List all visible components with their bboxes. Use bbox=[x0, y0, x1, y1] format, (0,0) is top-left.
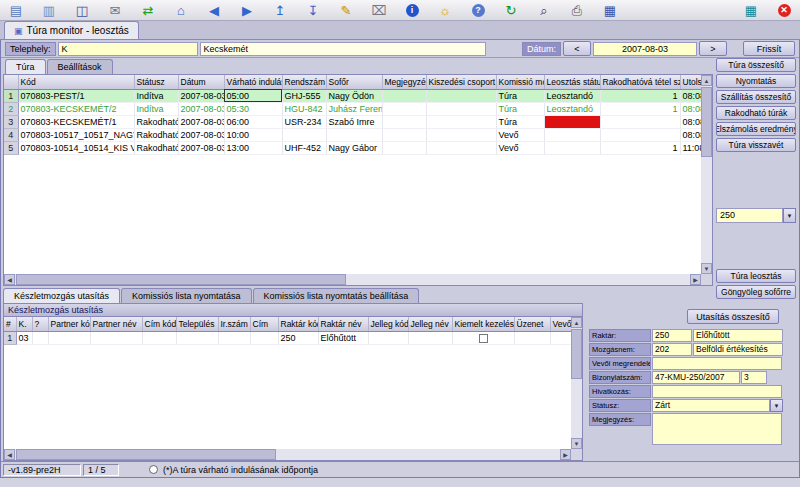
cell[interactable] bbox=[408, 331, 452, 344]
refresh-button[interactable]: Frissít bbox=[743, 41, 795, 56]
cell[interactable]: Indítva bbox=[134, 89, 178, 102]
cell[interactable]: 2007-08-03 bbox=[178, 128, 224, 141]
scroll-up-icon[interactable]: ▲ bbox=[571, 317, 582, 328]
cell[interactable] bbox=[142, 331, 176, 344]
row-number[interactable]: 4 bbox=[4, 128, 18, 141]
detail-field[interactable] bbox=[652, 357, 782, 370]
cell[interactable]: Vevő bbox=[496, 128, 544, 141]
detail-field[interactable]: Előhűtött bbox=[693, 329, 783, 342]
row-number[interactable]: 1 bbox=[4, 331, 16, 344]
column-header[interactable]: Cím bbox=[250, 317, 278, 331]
detail-field[interactable] bbox=[652, 385, 782, 398]
cell[interactable]: 250 bbox=[278, 331, 318, 344]
cell[interactable]: 070803-KECSKEMÉT/1 bbox=[18, 115, 134, 128]
scroll-right-icon[interactable]: ▶ bbox=[560, 449, 571, 460]
cell[interactable] bbox=[48, 331, 90, 344]
column-header[interactable]: Leosztás státusz bbox=[544, 75, 600, 89]
cell[interactable] bbox=[544, 128, 600, 141]
cell[interactable]: Előhűtött bbox=[318, 331, 368, 344]
column-header[interactable]: Település bbox=[176, 317, 218, 331]
cell[interactable] bbox=[426, 141, 496, 154]
side-button-túra-visszavét[interactable]: Túra visszavét bbox=[716, 138, 796, 152]
delete-icon[interactable]: ⌧ bbox=[369, 2, 389, 19]
bottom-tab-3[interactable]: Komissiós lista nyomtatás beállítása bbox=[253, 288, 420, 303]
cell[interactable] bbox=[282, 128, 326, 141]
cell[interactable]: 1 bbox=[600, 141, 680, 154]
table-icon[interactable]: ▦ bbox=[741, 2, 761, 19]
cell[interactable] bbox=[544, 141, 600, 154]
new-icon[interactable]: ▤ bbox=[6, 2, 26, 19]
edit-icon[interactable]: ✎ bbox=[336, 2, 356, 19]
cell[interactable]: 11:08 bbox=[680, 141, 701, 154]
tab-tura[interactable]: Túra bbox=[5, 59, 46, 74]
cell[interactable]: Indítva bbox=[134, 102, 178, 115]
instruction-summary-button[interactable]: Utasítás összesítő bbox=[687, 309, 779, 324]
side-dropdown[interactable]: 250 ▼ bbox=[716, 208, 796, 223]
cell[interactable]: 08:08 bbox=[680, 128, 701, 141]
tab-beallitasok[interactable]: Beállítások bbox=[47, 59, 113, 74]
side-dropdown-value[interactable]: 250 bbox=[716, 208, 783, 223]
cell[interactable]: 06:00 bbox=[224, 115, 282, 128]
cell[interactable]: 2007-08-03 bbox=[178, 141, 224, 154]
cell[interactable]: 070803-KECSKEMÉT/2 bbox=[18, 102, 134, 115]
bottom-tab-2[interactable]: Komissiós lista nyomtatása bbox=[121, 288, 252, 303]
side-button-szállítás-összesítő[interactable]: Szállítás összesítő bbox=[716, 90, 796, 104]
cell[interactable]: Szabó Imre bbox=[326, 115, 382, 128]
cell[interactable] bbox=[544, 115, 600, 128]
cell[interactable]: 1 bbox=[600, 89, 680, 102]
home-icon[interactable]: ⌂ bbox=[171, 2, 191, 19]
cell[interactable] bbox=[326, 128, 382, 141]
save-icon[interactable]: ◫ bbox=[72, 2, 92, 19]
row-number[interactable]: 3 bbox=[4, 115, 18, 128]
window-tab-tura-monitor[interactable]: ▣ Túra monitor - leosztás bbox=[4, 21, 139, 39]
cell[interactable] bbox=[426, 128, 496, 141]
column-header[interactable]: Üzenet bbox=[514, 317, 550, 331]
cell[interactable]: 03 bbox=[16, 331, 32, 344]
cell[interactable]: Juhász Ferenc bbox=[326, 102, 382, 115]
column-header[interactable]: Rakodhatóvá tétel száma bbox=[600, 75, 680, 89]
column-header[interactable]: Cím kód bbox=[142, 317, 176, 331]
detail-field[interactable]: Belföldi értékesítés bbox=[693, 343, 783, 356]
cell[interactable]: 13:00 bbox=[224, 141, 282, 154]
cell[interactable] bbox=[514, 331, 550, 344]
cell[interactable] bbox=[382, 128, 426, 141]
cell[interactable] bbox=[550, 331, 571, 344]
forward-icon[interactable]: ▶ bbox=[237, 2, 257, 19]
column-header[interactable]: ? bbox=[32, 317, 48, 331]
info-icon[interactable]: i bbox=[402, 2, 422, 19]
scroll-left-icon[interactable]: ◀ bbox=[4, 449, 15, 460]
bottom-tab-1[interactable]: Készletmozgás utasítás bbox=[3, 288, 120, 303]
cell[interactable]: USR-234 bbox=[282, 115, 326, 128]
cell[interactable] bbox=[176, 331, 218, 344]
scroll-left-icon[interactable]: ◀ bbox=[4, 274, 15, 285]
column-header[interactable]: Várható indulás bbox=[224, 75, 282, 89]
calculator-icon[interactable]: ▦ bbox=[600, 2, 620, 19]
checkbox[interactable] bbox=[479, 334, 488, 343]
scroll-right-icon[interactable]: ▶ bbox=[690, 274, 701, 285]
column-header[interactable]: Sofőr bbox=[326, 75, 382, 89]
hscroll-thumb[interactable] bbox=[16, 449, 276, 460]
search-icon[interactable]: ⌕ bbox=[534, 2, 554, 19]
cell[interactable]: 05:00 bbox=[224, 89, 282, 102]
scroll-down-icon[interactable]: ▼ bbox=[701, 263, 712, 274]
cell[interactable] bbox=[426, 115, 496, 128]
exit-icon[interactable]: ✕ bbox=[774, 2, 794, 19]
hscroll-thumb[interactable] bbox=[16, 274, 346, 285]
cell[interactable]: 08:08 bbox=[680, 102, 701, 115]
column-header[interactable]: Kiemelt kezelés? bbox=[452, 317, 514, 331]
cell[interactable] bbox=[382, 102, 426, 115]
column-header[interactable]: Megjegyzés bbox=[382, 75, 426, 89]
cell[interactable] bbox=[382, 141, 426, 154]
cell[interactable]: UHF-452 bbox=[282, 141, 326, 154]
column-header[interactable]: Raktár kód bbox=[278, 317, 318, 331]
column-header[interactable]: Raktár név bbox=[318, 317, 368, 331]
cell[interactable]: HGU-842 bbox=[282, 102, 326, 115]
instruction-grid-vscrollbar[interactable]: ▲ ▼ bbox=[571, 317, 582, 449]
date-prev-button[interactable]: < bbox=[563, 41, 591, 56]
row-number[interactable]: 5 bbox=[4, 141, 18, 154]
cell[interactable]: 070803-PEST/1 bbox=[18, 89, 134, 102]
cell[interactable]: GHJ-555 bbox=[282, 89, 326, 102]
column-header[interactable]: Kiszedési csoport kód bbox=[426, 75, 496, 89]
cell[interactable]: Leosztandó bbox=[544, 89, 600, 102]
detail-field[interactable]: Zárt bbox=[652, 399, 770, 412]
